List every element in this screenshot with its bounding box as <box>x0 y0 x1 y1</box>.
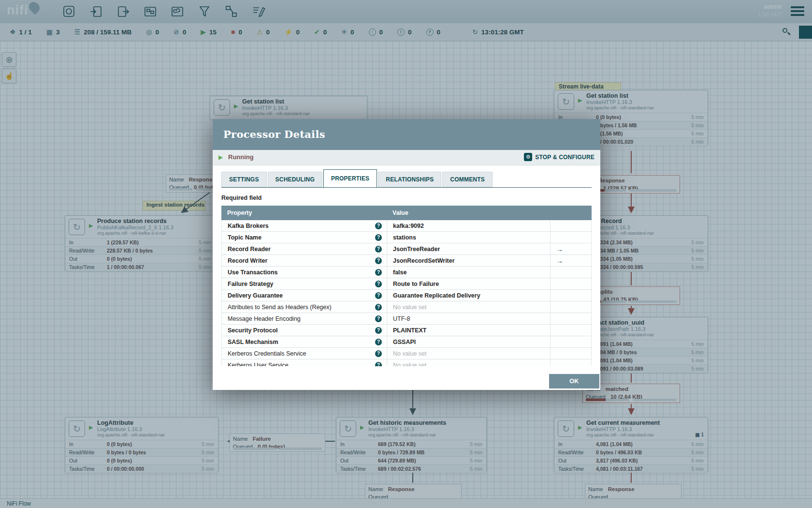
dialog-title: Processor Details <box>213 119 600 150</box>
property-value: No value set <box>387 348 551 359</box>
help-icon[interactable]: ? <box>375 292 382 299</box>
property-row: Delivery Guarantee? Guarantee Replicated… <box>222 290 591 301</box>
property-value: No value set <box>387 359 551 366</box>
run-status-label: Running <box>228 153 254 161</box>
property-value: UTF-8 <box>387 313 551 324</box>
property-row: Kerberos User Service? No value set <box>222 359 591 366</box>
property-row: Use Transactions? false <box>222 267 591 278</box>
tab-comments[interactable]: COMMENTS <box>442 172 493 187</box>
property-value: JsonTreeReader <box>387 243 551 254</box>
required-field-note: Required field <box>221 194 261 201</box>
help-icon[interactable]: ? <box>375 269 382 276</box>
help-icon[interactable]: ? <box>375 327 382 334</box>
property-value: JsonRecordSetWriter <box>387 255 551 266</box>
property-value: stations <box>387 232 551 243</box>
go-to-service-icon[interactable]: → <box>556 257 563 265</box>
processor-details-dialog: Processor Details ▶ Running ⚙ STOP & CON… <box>213 119 600 390</box>
tab-properties[interactable]: PROPERTIES <box>323 169 377 188</box>
property-row: Kerberos Credentials Service? No value s… <box>222 348 591 359</box>
property-row: Record Reader? JsonTreeReader → <box>222 243 591 255</box>
ok-button[interactable]: OK <box>549 374 599 388</box>
property-value: PLAINTEXT <box>387 325 551 336</box>
help-icon[interactable]: ? <box>375 281 382 287</box>
help-icon[interactable]: ? <box>375 257 382 264</box>
nifi-app: nifi admin LOG OUT ❖1 / 1 ▦3 ☰208 / 159.… <box>0 0 812 508</box>
property-row: Attributes to Send as Headers (Regex)? N… <box>222 301 591 313</box>
help-icon[interactable]: ? <box>375 246 382 253</box>
property-row: Message Header Encoding? UTF-8 <box>222 313 591 325</box>
go-to-service-icon[interactable]: → <box>556 245 563 253</box>
property-row: Security Protocol? PLAINTEXT <box>222 325 591 336</box>
help-icon[interactable]: ? <box>375 234 382 241</box>
help-icon[interactable]: ? <box>375 315 382 322</box>
property-value: kafka:9092 <box>387 220 551 231</box>
properties-table: Property Value Kafka Brokers? kafka:9092… <box>221 206 592 366</box>
help-icon[interactable]: ? <box>375 362 382 366</box>
tab-settings[interactable]: SETTINGS <box>221 172 267 187</box>
help-icon[interactable]: ? <box>375 223 382 229</box>
dialog-tabs: SETTINGS SCHEDULING PROPERTIES RELATIONS… <box>221 169 592 188</box>
property-row: Kafka Brokers? kafka:9092 <box>222 220 591 232</box>
property-row: Record Writer? JsonRecordSetWriter → <box>222 255 591 267</box>
gear-icon: ⚙ <box>524 153 532 161</box>
tab-scheduling[interactable]: SCHEDULING <box>268 172 322 187</box>
property-row: Failure Strategy? Route to Failure <box>222 278 591 290</box>
property-value: Route to Failure <box>387 278 551 289</box>
tab-relationships[interactable]: RELATIONSHIPS <box>378 172 441 187</box>
property-value: GSSAPI <box>387 336 551 347</box>
running-status-icon: ▶ <box>218 154 223 161</box>
help-icon[interactable]: ? <box>375 350 382 357</box>
stop-and-configure-button[interactable]: ⚙ STOP & CONFIGURE <box>524 153 594 161</box>
property-value: Guarantee Replicated Delivery <box>387 290 551 301</box>
property-value: No value set <box>387 301 551 313</box>
help-icon[interactable]: ? <box>375 304 382 311</box>
property-row: Topic Name? stations <box>222 232 591 243</box>
property-value: false <box>387 267 551 278</box>
property-row: SASL Mechanism? GSSAPI <box>222 336 591 348</box>
dialog-status-bar: ▶ Running ⚙ STOP & CONFIGURE <box>213 150 600 165</box>
help-icon[interactable]: ? <box>375 339 382 345</box>
properties-table-header: Property Value <box>221 206 592 220</box>
